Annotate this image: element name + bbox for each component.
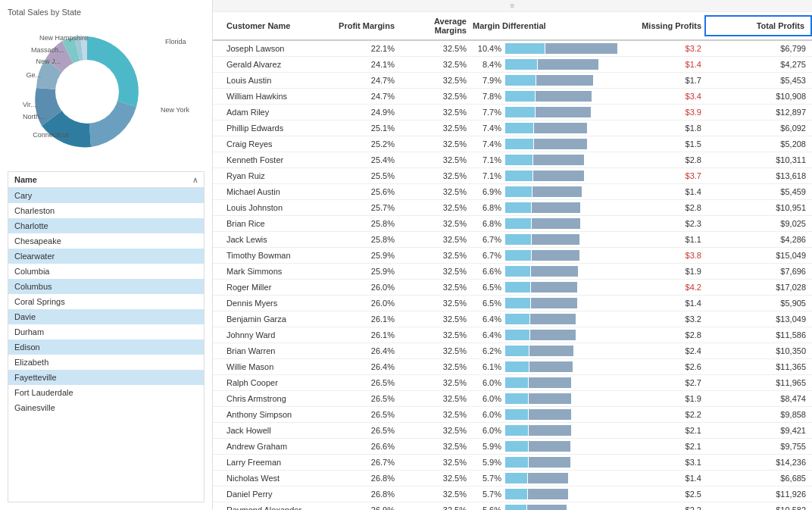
- cell-missing: $2.1: [621, 440, 704, 453]
- list-item[interactable]: Charlotte: [8, 218, 204, 233]
- table-row[interactable]: Joseph Lawson22.1%32.5%10.4%$3.2$6,799: [213, 41, 812, 57]
- list-item[interactable]: Coral Springs: [8, 294, 204, 309]
- table-row[interactable]: Adam Riley24.9%32.5%7.7%$3.9$12,897: [213, 105, 812, 120]
- list-item[interactable]: Charleston: [8, 203, 204, 218]
- table-row[interactable]: Ryan Ruiz25.5%32.5%7.1%$3.7$13,618: [213, 168, 812, 184]
- list-item[interactable]: Fort Lauderdale: [8, 385, 204, 400]
- diff-label: 7.1%: [473, 171, 501, 180]
- table-row[interactable]: Willie Mason26.4%32.5%6.1%$2.6$11,365: [213, 359, 812, 375]
- bar-blue: [505, 186, 532, 197]
- table-row[interactable]: Gerald Alvarez24.1%32.5%8.4%$1.4$4,275: [213, 57, 812, 73]
- cell-customer: Anthony Simpson: [223, 408, 329, 421]
- table-row[interactable]: Timothy Bowman25.9%32.5%6.7%$3.8$15,049: [213, 248, 812, 264]
- table-row[interactable]: Brian Rice25.8%32.5%6.8%$2.3$9,025: [213, 216, 812, 232]
- cell-avg: 32.5%: [398, 376, 470, 390]
- bar-blue: [505, 75, 536, 86]
- list-item[interactable]: Cary: [8, 188, 204, 203]
- cell-total: $5,208: [704, 137, 812, 151]
- col-header-customer[interactable]: Customer Name: [223, 17, 329, 35]
- cell-customer: Adam Riley: [223, 105, 329, 119]
- list-item[interactable]: Columbia: [8, 264, 204, 279]
- cell-avg: 32.5%: [398, 455, 470, 469]
- table-row[interactable]: Raymond Alexander26.9%32.5%5.6%$2.2$10,5…: [213, 502, 812, 510]
- bar-blue: [505, 91, 535, 102]
- diff-bars: [505, 186, 618, 197]
- list-item[interactable]: Davie: [8, 309, 204, 324]
- table-row[interactable]: Ralph Cooper26.5%32.5%6.0%$2.7$11,965: [213, 375, 812, 391]
- bar-gray: [529, 393, 571, 404]
- table-row[interactable]: Kenneth Foster25.4%32.5%7.1%$2.8$10,311: [213, 152, 812, 168]
- table-row[interactable]: Benjamin Garza26.1%32.5%6.4%$3.2$13,049: [213, 311, 812, 327]
- cell-profit: 24.7%: [329, 89, 398, 103]
- diff-label: 5.6%: [473, 505, 501, 510]
- list-item[interactable]: Edison: [8, 339, 204, 355]
- list-item[interactable]: Columbus: [8, 279, 204, 294]
- table-row[interactable]: Mark Simmons25.9%32.5%6.6%$1.9$7,696: [213, 264, 812, 280]
- cell-avg: 32.5%: [398, 153, 470, 167]
- table-row[interactable]: Daniel Perry26.8%32.5%5.7%$2.5$11,926: [213, 487, 812, 502]
- diff-bars: [505, 75, 618, 86]
- table-row[interactable]: Louis Johnston25.7%32.5%6.8%$2.8$10,951: [213, 200, 812, 216]
- diff-bars: [505, 282, 618, 293]
- diff-bars: [505, 425, 618, 436]
- table-row[interactable]: Chris Armstrong26.5%32.5%6.0%$1.9$8,474: [213, 391, 812, 407]
- bar-blue: [505, 409, 528, 420]
- diff-bars: [505, 123, 618, 133]
- sort-icon[interactable]: ∧: [192, 176, 198, 184]
- cell-missing: $2.3: [621, 217, 704, 230]
- cell-profit: 26.1%: [329, 328, 398, 342]
- bar-gray: [533, 171, 584, 181]
- col-header-diff[interactable]: Margin Differential: [470, 17, 621, 35]
- list-item[interactable]: Fayetteville: [8, 370, 204, 385]
- list-item[interactable]: Durham: [8, 324, 204, 339]
- cell-profit: 25.9%: [329, 249, 398, 262]
- cell-profit: 22.1%: [329, 42, 398, 55]
- col-header-avg[interactable]: Average Margins: [398, 12, 470, 39]
- table-row[interactable]: Andrew Graham26.6%32.5%5.9%$2.1$9,755: [213, 439, 812, 455]
- table-row[interactable]: Jack Lewis25.8%32.5%6.7%$1.1$4,286: [213, 232, 812, 248]
- cell-avg: 32.5%: [398, 89, 470, 103]
- diff-bars: [505, 234, 618, 245]
- col-header-profit[interactable]: Profit Margins: [329, 17, 398, 35]
- table-row[interactable]: Johnny Ward26.1%32.5%6.4%$2.8$11,586: [213, 327, 812, 343]
- bar-gray: [532, 218, 580, 229]
- cell-missing: $1.4: [621, 58, 704, 71]
- table-row[interactable]: Larry Freeman26.7%32.5%5.9%$3.1$14,236: [213, 455, 812, 471]
- list-item[interactable]: Gainesville: [8, 400, 204, 415]
- cell-total: $17,028: [704, 280, 812, 294]
- cell-profit: 26.5%: [329, 408, 398, 421]
- cell-profit: 25.2%: [329, 137, 398, 151]
- table-row[interactable]: Nicholas West26.8%32.5%5.7%$1.4$6,685: [213, 471, 812, 487]
- cell-customer: Willie Mason: [223, 360, 329, 374]
- table-row[interactable]: Louis Austin24.7%32.5%7.9%$1.7$5,453: [213, 73, 812, 89]
- diff-label: 6.9%: [473, 187, 501, 196]
- cell-avg: 32.5%: [398, 440, 470, 453]
- cell-customer: Larry Freeman: [223, 455, 329, 469]
- table-row[interactable]: Roger Miller26.0%32.5%6.5%$4.2$17,028: [213, 280, 812, 296]
- drag-handle-top[interactable]: ≡: [213, 0, 812, 12]
- table-body[interactable]: Joseph Lawson22.1%32.5%10.4%$3.2$6,799Ge…: [213, 41, 812, 510]
- table-row[interactable]: Michael Austin25.6%32.5%6.9%$1.4$5,459: [213, 184, 812, 200]
- cell-total: $4,286: [704, 233, 812, 246]
- bar-blue: [505, 330, 529, 340]
- col-header-total[interactable]: Total Profits: [704, 15, 812, 36]
- diff-bars: [505, 409, 618, 420]
- table-row[interactable]: Craig Reyes25.2%32.5%7.4%$1.5$5,208: [213, 136, 812, 152]
- table-row[interactable]: Anthony Simpson26.5%32.5%6.0%$2.2$9,858: [213, 407, 812, 423]
- cell-diff: 6.6%: [470, 264, 621, 279]
- cell-customer: Joseph Lawson: [223, 42, 329, 55]
- list-item[interactable]: Elizabeth: [8, 355, 204, 370]
- table-row[interactable]: Phillip Edwards25.1%32.5%7.4%$1.8$6,092: [213, 120, 812, 136]
- bar-blue: [505, 171, 532, 181]
- diff-label: 6.2%: [473, 346, 501, 355]
- table-row[interactable]: Jack Howell26.5%32.5%6.0%$2.1$9,421: [213, 423, 812, 439]
- diff-label: 6.4%: [473, 330, 501, 339]
- list-item[interactable]: Chesapeake: [8, 233, 204, 249]
- list-item[interactable]: Clearwater: [8, 249, 204, 264]
- city-list-scroll[interactable]: Cary Charleston Charlotte Chesapeake Cle…: [8, 188, 204, 502]
- col-header-missing[interactable]: Missing Profits: [621, 17, 704, 35]
- table-row[interactable]: Brian Warren26.4%32.5%6.2%$2.4$10,350: [213, 343, 812, 359]
- table-row[interactable]: William Hawkins24.7%32.5%7.8%$3.4$10,908: [213, 89, 812, 105]
- diff-label: 7.4%: [473, 124, 501, 133]
- table-row[interactable]: Dennis Myers26.0%32.5%6.5%$1.4$5,905: [213, 296, 812, 311]
